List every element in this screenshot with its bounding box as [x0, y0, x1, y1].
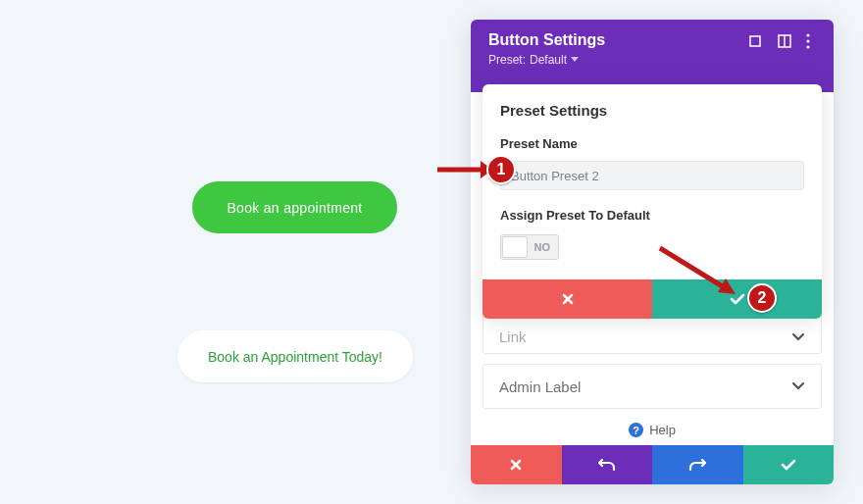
toggle-knob	[502, 236, 528, 258]
footer-action-bar	[471, 445, 834, 484]
svg-rect-0	[750, 36, 760, 46]
annotation-badge-1-text: 1	[497, 161, 506, 178]
close-icon	[561, 292, 575, 306]
redo-icon	[688, 457, 706, 473]
preset-name: Default	[530, 53, 567, 67]
footer-save-button[interactable]	[743, 445, 835, 484]
undo-icon	[598, 457, 616, 473]
preview-button-secondary-label: Book an Appointment Today!	[208, 349, 382, 365]
preset-dropdown[interactable]: Preset: Default	[488, 53, 816, 67]
caret-down-icon	[571, 57, 579, 63]
footer-undo-button[interactable]	[562, 445, 653, 484]
assign-default-label: Assign Preset To Default	[482, 194, 822, 228]
annotation-badge-1: 1	[486, 155, 516, 184]
accordion-link-label: Link	[499, 328, 527, 345]
preset-sub-title: Preset Settings	[482, 84, 822, 128]
preview-button-primary[interactable]: Book an appointment	[192, 181, 397, 233]
svg-line-12	[660, 248, 724, 287]
footer-redo-button[interactable]	[652, 445, 743, 484]
panel-header: Button Settings Preset: Default	[471, 20, 834, 75]
preset-name-value: Button Preset 2	[511, 169, 599, 183]
help-label: Help	[649, 423, 676, 437]
preview-button-primary-label: Book an appointment	[227, 200, 362, 216]
toggle-value: NO	[534, 241, 551, 253]
assign-default-toggle[interactable]: NO	[500, 234, 559, 260]
preset-sub-panel: Preset Settings Preset Name Button Prese…	[482, 84, 822, 319]
snap-icon[interactable]	[777, 33, 792, 49]
preview-button-secondary[interactable]: Book an Appointment Today!	[178, 330, 413, 382]
kebab-menu-icon[interactable]	[806, 33, 822, 49]
annotation-badge-2-text: 2	[758, 289, 767, 307]
footer-cancel-button[interactable]	[471, 445, 562, 484]
accordion-admin-label-text: Admin Label	[499, 378, 581, 395]
chevron-down-icon	[791, 332, 805, 342]
svg-point-4	[806, 39, 809, 42]
settings-panel: Button Settings Preset: Default Preset S…	[471, 20, 834, 484]
preset-cancel-button[interactable]	[482, 279, 652, 319]
help-link[interactable]: ? Help	[471, 423, 834, 445]
header-icon-group	[747, 33, 822, 49]
svg-point-3	[806, 33, 809, 36]
preset-name-input[interactable]: Button Preset 2	[500, 161, 804, 190]
preset-name-label: Preset Name	[482, 128, 822, 157]
chevron-down-icon	[791, 381, 805, 391]
accordion-list: Link Admin Label	[471, 309, 834, 409]
preset-prefix: Preset:	[488, 53, 526, 67]
annotation-badge-2: 2	[747, 283, 777, 313]
annotation-arrow-2	[655, 243, 743, 302]
expand-icon[interactable]	[747, 33, 763, 49]
accordion-admin-label[interactable]: Admin Label	[482, 364, 822, 409]
help-icon: ?	[629, 423, 643, 437]
check-icon	[781, 458, 796, 472]
svg-point-5	[806, 45, 809, 48]
close-icon	[509, 458, 523, 472]
annotation-arrow-1	[437, 155, 492, 184]
